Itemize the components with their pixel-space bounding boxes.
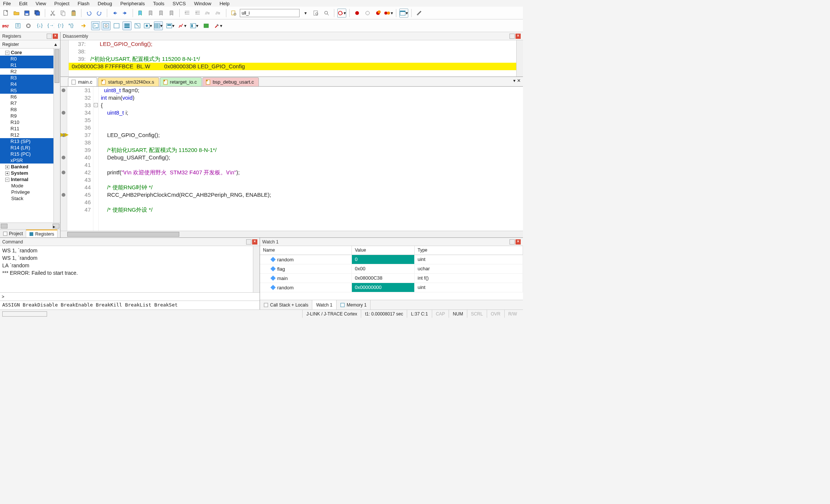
scrollbar-horizontal[interactable]: [61, 231, 523, 237]
memory-window-icon[interactable]: ▾: [154, 21, 163, 30]
comment-icon[interactable]: //≡: [204, 9, 213, 18]
register-group-Internal[interactable]: −Internal: [0, 176, 60, 183]
watch-header-name[interactable]: Name: [260, 246, 352, 255]
menu-edit[interactable]: Edit: [19, 1, 27, 6]
serial-window-icon[interactable]: ▾: [166, 21, 175, 30]
register-Mode[interactable]: Mode: [0, 183, 60, 189]
copy-icon[interactable]: [59, 9, 68, 18]
command-window-icon[interactable]: >_: [91, 21, 100, 30]
pin-icon[interactable]: [510, 239, 515, 245]
watch-rows[interactable]: random 0uint flag 0x00uchar main 0x08000…: [260, 255, 523, 300]
code-area[interactable]: uint8_t flag=0;int main(void){ uint8_t i…: [99, 87, 523, 237]
dropdown-icon[interactable]: ▾: [301, 9, 310, 18]
bookmark-next-icon[interactable]: [157, 9, 166, 18]
bookmark-clear-icon[interactable]: [167, 9, 176, 18]
stop-icon[interactable]: [24, 21, 33, 30]
pin-icon[interactable]: [47, 34, 52, 39]
register-R12[interactable]: R12: [0, 132, 60, 138]
breakpoint-kill-icon[interactable]: [374, 9, 383, 18]
register-R6[interactable]: R6: [0, 94, 60, 100]
register-R4[interactable]: R4: [0, 81, 60, 87]
watch-header-type[interactable]: Type: [415, 246, 523, 255]
new-file-icon[interactable]: [1, 9, 10, 18]
find-input[interactable]: [240, 9, 300, 17]
editor-tab-bsp_debug_usart.c[interactable]: bsp_debug_usart.c: [202, 77, 259, 86]
menu-svcs[interactable]: SVCS: [173, 1, 186, 6]
register-R8[interactable]: R8: [0, 106, 60, 113]
menu-file[interactable]: File: [3, 1, 11, 6]
pin-icon[interactable]: [510, 34, 515, 39]
register-R1[interactable]: R1: [0, 62, 60, 68]
register-Privilege[interactable]: Privilege: [0, 189, 60, 195]
nav-forward-icon[interactable]: [121, 9, 130, 18]
toolbox-icon[interactable]: ▾: [214, 21, 223, 30]
cut-icon[interactable]: [48, 9, 57, 18]
run-to-cursor-icon[interactable]: *{}: [67, 21, 76, 30]
menu-window[interactable]: Window: [194, 1, 211, 6]
register-R14 (LR)[interactable]: R14 (LR): [0, 144, 60, 151]
run-icon[interactable]: [13, 21, 22, 30]
menu-debug[interactable]: Debug: [98, 1, 112, 6]
step-into-icon[interactable]: {↓}: [36, 21, 45, 30]
scrollbar-vertical[interactable]: [53, 49, 60, 223]
reset-icon[interactable]: RST: [1, 21, 10, 30]
save-all-icon[interactable]: [33, 9, 42, 18]
redo-icon[interactable]: [95, 9, 104, 18]
register-group-Banked[interactable]: +Banked: [0, 164, 60, 170]
breakpoint-disable-icon[interactable]: [363, 9, 372, 18]
menu-view[interactable]: View: [35, 1, 46, 6]
menu-project[interactable]: Project: [54, 1, 69, 6]
watch-headers[interactable]: Name Value Type: [260, 246, 523, 255]
registers-column-header[interactable]: Register▲: [0, 40, 60, 49]
close-icon[interactable]: ×: [515, 239, 521, 245]
bookmark-icon[interactable]: [136, 9, 145, 18]
watch-header-value[interactable]: Value: [352, 246, 415, 255]
nav-back-icon[interactable]: [110, 9, 119, 18]
register-group-core[interactable]: −Core: [0, 49, 60, 56]
callstack-window-icon[interactable]: [133, 21, 142, 30]
watch-window-icon[interactable]: ▾: [143, 21, 152, 30]
register-R3[interactable]: R3: [0, 75, 60, 81]
show-next-icon[interactable]: [79, 21, 88, 30]
register-Stack[interactable]: Stack: [0, 195, 60, 202]
editor-tab-main.c[interactable]: main.c: [68, 77, 97, 86]
register-R15 (PC)[interactable]: R15 (PC): [0, 151, 60, 157]
system-viewer-icon[interactable]: [202, 21, 211, 30]
register-R9[interactable]: R9: [0, 113, 60, 119]
window-layout-icon[interactable]: ▾: [399, 9, 408, 18]
registers-window-icon[interactable]: [123, 21, 131, 30]
menu-tools[interactable]: Tools: [153, 1, 164, 6]
watch-row-flag[interactable]: flag 0x00uchar: [260, 264, 523, 274]
scrollbar-vertical[interactable]: [516, 40, 523, 77]
find-icon[interactable]: [312, 9, 320, 18]
watch-row-random[interactable]: random 0uint: [260, 255, 523, 264]
breakpoint-insert-icon[interactable]: [353, 9, 362, 18]
indent-icon[interactable]: [183, 9, 192, 18]
code-editor[interactable]: ▶▶ 3132333435363738394041424344454647 - …: [61, 87, 523, 237]
register-group-System[interactable]: +System: [0, 170, 60, 176]
tab-registers[interactable]: Registers: [26, 230, 58, 237]
register-R11[interactable]: R11: [0, 125, 60, 132]
editor-margin[interactable]: ▶▶: [61, 87, 67, 237]
trace-window-icon[interactable]: ▾: [190, 21, 199, 30]
close-icon[interactable]: ×: [252, 239, 257, 245]
menu-flash[interactable]: Flash: [78, 1, 90, 6]
disasm-window-icon[interactable]: [102, 21, 111, 30]
symbols-window-icon[interactable]: [112, 21, 121, 30]
register-R13 (SP)[interactable]: R13 (SP): [0, 138, 60, 144]
scrollbar-vertical[interactable]: [253, 246, 260, 292]
undo-icon[interactable]: [84, 9, 93, 18]
step-over-icon[interactable]: {→}: [46, 21, 55, 30]
incremental-find-icon[interactable]: [322, 9, 331, 18]
command-input[interactable]: [6, 293, 260, 301]
menu-peripherals[interactable]: Peripherals: [120, 1, 145, 6]
register-R10[interactable]: R10: [0, 119, 60, 125]
bookmark-prev-icon[interactable]: [146, 9, 155, 18]
debug-session-icon[interactable]: ▾: [337, 9, 346, 18]
register-xPSR[interactable]: xPSR: [0, 157, 60, 164]
editor-tab-retarget_io.c[interactable]: retarget_io.c: [160, 77, 202, 86]
tab-close-icon[interactable]: ✕: [517, 78, 521, 83]
analysis-window-icon[interactable]: ▾: [178, 21, 187, 30]
tab-callstack[interactable]: Call Stack + Locals: [260, 300, 312, 309]
tab-project[interactable]: Project: [0, 230, 26, 237]
